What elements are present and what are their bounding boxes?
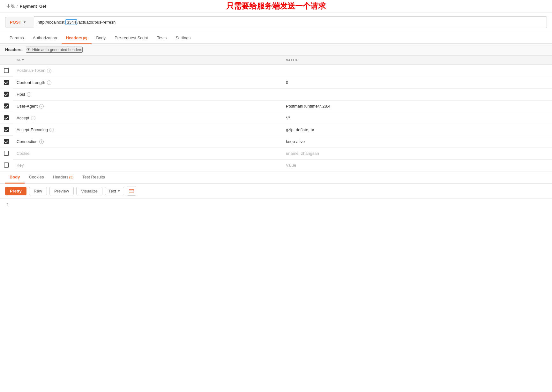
row-key-cell: Cookie [13,147,282,159]
request-tabs-row: Params Authorization Headers(8) Body Pre… [0,32,552,44]
url-prefix: http://localhost: [38,20,65,25]
row-key: Accept [17,116,29,120]
info-icon[interactable]: i [47,69,51,73]
row-key-cell: User-Agenti [13,100,282,112]
row-value: PostmanRuntime/7.28.4 [286,104,330,109]
row-value-cell: keep-alive [282,136,552,147]
res-tab-body[interactable]: Body [5,171,25,184]
row-value: 0 [286,80,288,85]
method-chevron-icon: ▼ [23,20,26,24]
table-row: Hosti [0,88,552,100]
info-icon[interactable]: i [49,128,54,132]
hide-auto-label: Hide auto-generated headers [32,48,82,52]
breadcrumb: 本地 / Payment_Get [6,3,46,9]
info-icon[interactable]: i [39,104,44,109]
row-checkbox-cell [0,124,13,136]
hide-auto-headers-button[interactable]: 👁 Hide auto-generated headers [26,47,83,53]
row-key-cell: Postman-Tokeni [13,65,282,77]
headers-table: KEY VALUE Postman-TokeniContent-Lengthi0… [0,56,552,171]
response-toolbar: Pretty Raw Preview Visualize Text ▼ [0,184,552,199]
wrap-text-button[interactable] [127,186,136,196]
tab-pre-request-script[interactable]: Pre-request Script [110,32,153,44]
tab-params[interactable]: Params [5,32,28,44]
col-header-check [0,56,13,65]
tab-settings[interactable]: Settings [171,32,195,44]
row-checkbox-cell [0,147,13,159]
res-tab-cookies[interactable]: Cookies [25,171,48,184]
row-value-cell: */* [282,112,552,124]
method-dropdown[interactable]: POST ▼ [5,17,34,27]
row-checkbox-cell [0,136,13,147]
preview-button[interactable]: Preview [49,187,74,195]
line-number-1: 1 [6,202,9,207]
row-value-cell: 0 [282,77,552,88]
response-tabs-row: Body Cookies Headers(3) Test Results [0,171,552,184]
tab-headers[interactable]: Headers(8) [62,32,92,44]
row-checkbox-cell [0,65,13,77]
row-checkbox[interactable] [4,103,9,109]
row-value-cell: Value [282,159,552,171]
info-icon[interactable]: i [39,139,44,144]
breadcrumb-separator: / [17,4,18,9]
tab-body[interactable]: Body [92,32,110,44]
headers-table-container: KEY VALUE Postman-TokeniContent-Lengthi0… [0,56,552,171]
info-icon[interactable]: i [27,92,31,97]
row-checkbox[interactable] [4,68,9,73]
row-value-placeholder: Value [286,163,296,168]
method-label: POST [10,20,21,25]
row-checkbox[interactable] [4,151,9,156]
top-bar: 本地 / Payment_Get 只需要给服务端发送一个请求 [0,0,552,12]
row-checkbox-cell [0,77,13,88]
row-checkbox-cell [0,159,13,171]
row-checkbox[interactable] [4,127,9,132]
info-icon[interactable]: i [47,80,51,85]
table-row: Connectionikeep-alive [0,136,552,147]
row-key: Accept-Encoding [17,127,48,132]
url-port-highlight: 3344 [65,19,77,25]
res-tab-headers[interactable]: Headers(3) [48,171,78,184]
row-key: Host [17,92,25,97]
raw-button[interactable]: Raw [29,187,47,195]
row-key-cell: Accept-Encodingi [13,124,282,136]
row-checkbox[interactable] [4,115,9,120]
row-value-placeholder: uname=zhangsan [286,151,319,156]
table-row: KeyValue [0,159,552,171]
breadcrumb-name: Payment_Get [20,4,46,9]
row-key-cell: Content-Lengthi [13,77,282,88]
table-row: User-AgentiPostmanRuntime/7.28.4 [0,100,552,112]
row-checkbox[interactable] [4,92,9,97]
pretty-button[interactable]: Pretty [5,187,26,195]
table-row: Postman-Tokeni [0,65,552,77]
row-key: Connection [17,139,38,144]
response-body: 1 [0,199,552,211]
tab-tests[interactable]: Tests [153,32,171,44]
row-value-cell: PostmanRuntime/7.28.4 [282,100,552,112]
row-value: gzip, deflate, br [286,127,314,132]
text-chevron-icon: ▼ [117,189,121,193]
url-suffix: /actuator/bus-refresh [77,20,116,25]
table-row: Cookieuname=zhangsan [0,147,552,159]
row-checkbox[interactable] [4,162,9,168]
row-checkbox[interactable] [4,80,9,85]
col-header-key: KEY [13,56,282,65]
text-format-label: Text [108,189,116,193]
row-value-cell [282,65,552,77]
row-key-cell: Hosti [13,88,282,100]
row-key-cell: Key [13,159,282,171]
res-tab-test-results[interactable]: Test Results [78,171,109,184]
headers-sub-row: Headers 👁 Hide auto-generated headers [0,44,552,56]
table-row: Accepti*/* [0,112,552,124]
annotation-text: 只需要给服务端发送一个请求 [226,1,326,11]
visualize-button[interactable]: Visualize [76,187,102,195]
row-value-cell: uname=zhangsan [282,147,552,159]
headers-label: Headers [5,47,21,52]
row-checkbox-cell [0,112,13,124]
url-bar: POST ▼ http://localhost:3344/actuator/bu… [0,12,552,32]
tab-authorization[interactable]: Authorization [28,32,62,44]
row-checkbox-cell [0,88,13,100]
breadcrumb-local: 本地 [6,3,15,9]
row-key: Content-Length [17,80,45,85]
row-checkbox[interactable] [4,139,9,144]
text-format-dropdown[interactable]: Text ▼ [105,187,124,195]
info-icon[interactable]: i [31,116,35,120]
